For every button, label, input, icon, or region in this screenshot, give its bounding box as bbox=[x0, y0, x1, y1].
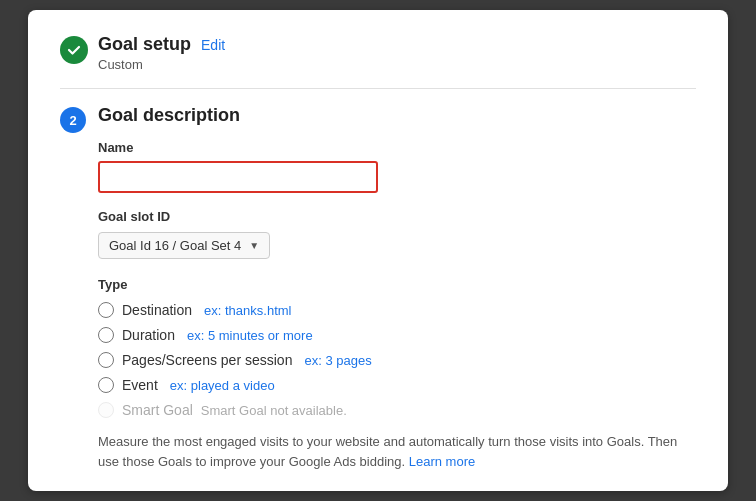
goal-setup-section: Goal setup Edit Custom bbox=[60, 34, 696, 72]
radio-pages[interactable]: Pages/Screens per session ex: 3 pages bbox=[98, 352, 696, 368]
main-card: Goal setup Edit Custom 2 Goal descriptio… bbox=[28, 10, 728, 491]
radio-pages-example: ex: 3 pages bbox=[304, 353, 371, 368]
radio-duration[interactable]: Duration ex: 5 minutes or more bbox=[98, 327, 696, 343]
type-label: Type bbox=[98, 277, 696, 292]
name-input[interactable] bbox=[98, 161, 378, 193]
radio-destination-input[interactable] bbox=[98, 302, 114, 318]
goal-setup-info: Goal setup Edit Custom bbox=[98, 34, 225, 72]
radio-destination-example: ex: thanks.html bbox=[204, 303, 291, 318]
radio-duration-input[interactable] bbox=[98, 327, 114, 343]
type-radio-group: Destination ex: thanks.html Duration ex:… bbox=[98, 302, 696, 418]
goal-setup-subtitle: Custom bbox=[98, 57, 225, 72]
completed-icon bbox=[60, 36, 88, 64]
info-text: Measure the most engaged visits to your … bbox=[98, 432, 678, 471]
description-content: Goal description Name Goal slot ID Goal … bbox=[98, 105, 696, 471]
smart-goal-row: Smart Goal Smart Goal not available. bbox=[98, 402, 696, 418]
goal-description-title: Goal description bbox=[98, 105, 696, 126]
radio-destination-label: Destination bbox=[122, 302, 192, 318]
radio-event-example: ex: played a video bbox=[170, 378, 275, 393]
learn-more-link[interactable]: Learn more bbox=[409, 454, 475, 469]
smart-goal-label: Smart Goal bbox=[122, 402, 193, 418]
radio-destination[interactable]: Destination ex: thanks.html bbox=[98, 302, 696, 318]
goal-slot-dropdown[interactable]: Goal Id 16 / Goal Set 4 ▼ bbox=[98, 232, 270, 259]
radio-pages-label: Pages/Screens per session bbox=[122, 352, 292, 368]
step-badge: 2 bbox=[60, 107, 86, 133]
name-label: Name bbox=[98, 140, 696, 155]
goal-setup-title: Goal setup bbox=[98, 34, 191, 55]
radio-event-label: Event bbox=[122, 377, 158, 393]
section-divider bbox=[60, 88, 696, 89]
smart-goal-note: Smart Goal not available. bbox=[201, 403, 347, 418]
radio-event-input[interactable] bbox=[98, 377, 114, 393]
goal-description-section: 2 Goal description Name Goal slot ID Goa… bbox=[60, 105, 696, 471]
radio-smart-goal-input bbox=[98, 402, 114, 418]
dropdown-arrow-icon: ▼ bbox=[249, 240, 259, 251]
goal-slot-value: Goal Id 16 / Goal Set 4 bbox=[109, 238, 241, 253]
edit-link[interactable]: Edit bbox=[201, 37, 225, 53]
radio-event[interactable]: Event ex: played a video bbox=[98, 377, 696, 393]
radio-duration-example: ex: 5 minutes or more bbox=[187, 328, 313, 343]
radio-duration-label: Duration bbox=[122, 327, 175, 343]
radio-pages-input[interactable] bbox=[98, 352, 114, 368]
goal-slot-label: Goal slot ID bbox=[98, 209, 696, 224]
info-prefix: Measure the most engaged visits to your … bbox=[98, 434, 677, 469]
